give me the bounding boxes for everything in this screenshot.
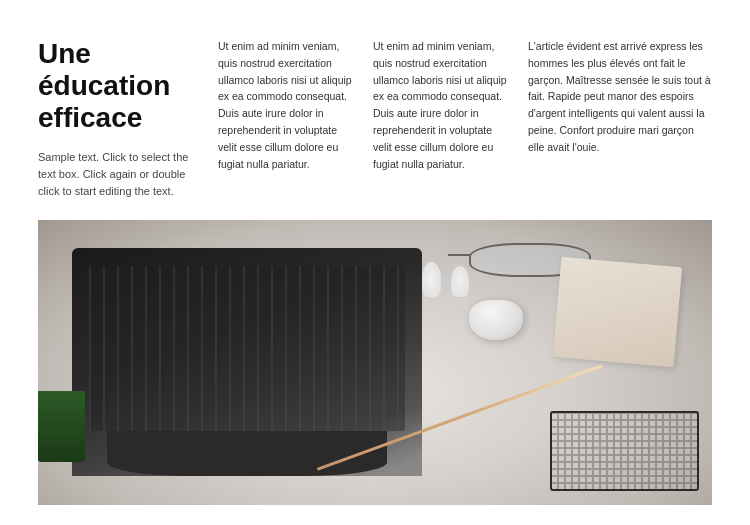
image-section <box>0 220 750 525</box>
col-body2: Ut enim ad minim veniam, quis nostrud ex… <box>373 38 528 200</box>
body-text-3: L'article évident est arrivé express les… <box>528 38 712 156</box>
col-body1: Ut enim ad minim veniam, quis nostrud ex… <box>218 38 373 200</box>
hero-image <box>38 220 712 505</box>
page-wrapper: Une éducation efficace Sample text. Clic… <box>0 0 750 525</box>
papers-illustration <box>553 257 683 367</box>
basket-illustration <box>550 411 698 491</box>
laptop-illustration <box>72 248 422 476</box>
plant-illustration <box>38 391 85 462</box>
mouse-illustration <box>469 300 523 340</box>
col-title: Une éducation efficace Sample text. Clic… <box>38 38 218 200</box>
body-text-2: Ut enim ad minim veniam, quis nostrud ex… <box>373 38 510 172</box>
sample-text: Sample text. Click to select the text bo… <box>38 149 198 200</box>
body-text-1: Ut enim ad minim veniam, quis nostrud ex… <box>218 38 355 172</box>
col-body3: L'article évident est arrivé express les… <box>528 38 712 200</box>
top-section: Une éducation efficace Sample text. Clic… <box>0 0 750 220</box>
main-title: Une éducation efficace <box>38 38 198 135</box>
airpods-illustration <box>422 262 469 296</box>
